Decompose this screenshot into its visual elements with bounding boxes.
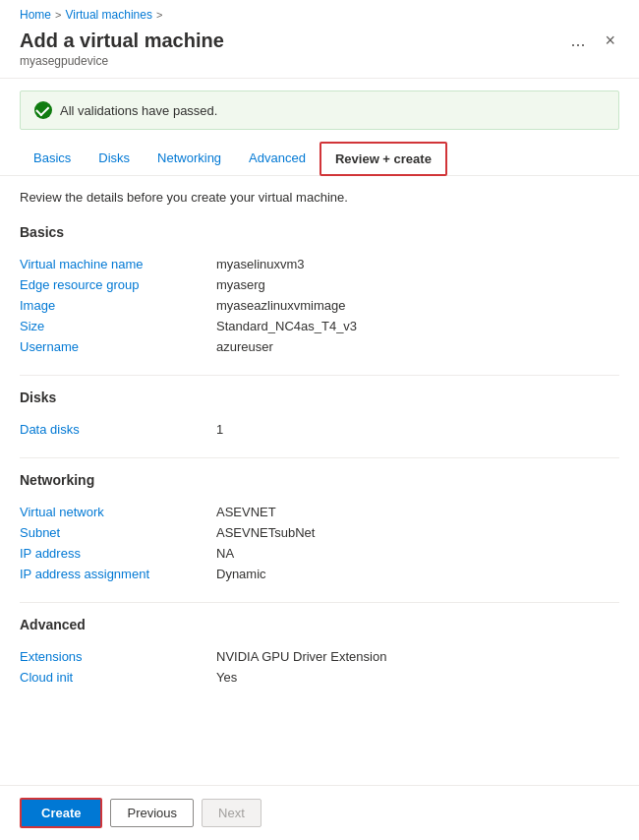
field-label-cloud-init: Cloud init <box>20 670 216 685</box>
field-value-resource-group: myaserg <box>216 277 265 292</box>
tabs-container: Basics Disks Networking Advanced Review … <box>0 142 639 176</box>
divider-3 <box>20 602 619 603</box>
tab-advanced[interactable]: Advanced <box>235 143 320 175</box>
field-value-virtual-network: ASEVNET <box>216 505 276 519</box>
advanced-section: Advanced Extensions NVIDIA GPU Driver Ex… <box>20 617 619 688</box>
basics-section-title: Basics <box>20 224 619 244</box>
field-value-size: Standard_NC4as_T4_v3 <box>216 319 357 333</box>
field-value-ip-address: NA <box>216 546 234 561</box>
field-label-ip-assignment: IP address assignment <box>20 567 216 581</box>
previous-button[interactable]: Previous <box>110 799 194 827</box>
list-item: Edge resource group myaserg <box>20 274 619 295</box>
basics-section: Basics Virtual machine name myaselinuxvm… <box>20 224 619 357</box>
list-item: Subnet ASEVNETsubNet <box>20 522 619 543</box>
tab-disks[interactable]: Disks <box>85 143 144 175</box>
tab-networking[interactable]: Networking <box>144 143 235 175</box>
field-value-data-disks: 1 <box>216 422 223 437</box>
list-item: IP address assignment Dynamic <box>20 564 619 584</box>
validation-text: All validations have passed. <box>60 103 217 118</box>
field-value-username: azureuser <box>216 339 273 354</box>
field-value-subnet: ASEVNETsubNet <box>216 525 315 540</box>
breadcrumb-sep2: > <box>156 9 162 21</box>
field-label-image: Image <box>20 298 216 313</box>
list-item: Extensions NVIDIA GPU Driver Extension <box>20 646 619 667</box>
list-item: IP address NA <box>20 543 619 564</box>
disks-section-title: Disks <box>20 390 619 409</box>
networking-section-title: Networking <box>20 472 619 492</box>
field-label-extensions: Extensions <box>20 649 216 664</box>
ellipsis-button[interactable]: ... <box>566 30 589 51</box>
list-item: Size Standard_NC4as_T4_v3 <box>20 316 619 336</box>
divider-1 <box>20 375 619 376</box>
field-label-virtual-network: Virtual network <box>20 505 216 519</box>
breadcrumb-home[interactable]: Home <box>20 8 51 22</box>
review-description: Review the details before you create you… <box>20 190 619 205</box>
field-value-ip-assignment: Dynamic <box>216 567 266 581</box>
field-label-data-disks: Data disks <box>20 422 216 437</box>
page-title: Add a virtual machine <box>20 30 224 52</box>
list-item: Cloud init Yes <box>20 667 619 688</box>
list-item: Image myaseazlinuxvmimage <box>20 295 619 316</box>
main-content: Review the details before you create you… <box>0 176 639 784</box>
page-subtitle: myasegpudevice <box>20 54 619 68</box>
breadcrumb-sep1: > <box>55 9 61 21</box>
divider-2 <box>20 457 619 458</box>
field-label-resource-group: Edge resource group <box>20 277 216 292</box>
tab-basics[interactable]: Basics <box>20 143 85 175</box>
create-button[interactable]: Create <box>20 798 102 828</box>
breadcrumb-vms[interactable]: Virtual machines <box>65 8 152 22</box>
field-label-ip-address: IP address <box>20 546 216 561</box>
disks-section: Disks Data disks 1 <box>20 390 619 440</box>
networking-section: Networking Virtual network ASEVNET Subne… <box>20 472 619 584</box>
field-label-size: Size <box>20 319 216 333</box>
list-item: Data disks 1 <box>20 419 619 440</box>
field-value-cloud-init: Yes <box>216 670 237 685</box>
breadcrumb: Home > Virtual machines > <box>20 8 619 22</box>
field-label-subnet: Subnet <box>20 525 216 540</box>
validation-banner: All validations have passed. <box>20 90 619 130</box>
field-value-extensions: NVIDIA GPU Driver Extension <box>216 649 386 664</box>
field-label-vm-name: Virtual machine name <box>20 257 216 271</box>
list-item: Username azureuser <box>20 336 619 357</box>
advanced-section-title: Advanced <box>20 617 619 636</box>
list-item: Virtual network ASEVNET <box>20 502 619 522</box>
close-button[interactable]: × <box>601 30 619 51</box>
next-button: Next <box>202 799 261 827</box>
footer: Create Previous Next <box>0 785 639 840</box>
list-item: Virtual machine name myaselinuxvm3 <box>20 254 619 274</box>
field-value-vm-name: myaselinuxvm3 <box>216 257 305 271</box>
check-icon <box>34 101 52 119</box>
tab-review-create[interactable]: Review + create <box>320 142 447 176</box>
field-value-image: myaseazlinuxvmimage <box>216 298 346 313</box>
field-label-username: Username <box>20 339 216 354</box>
